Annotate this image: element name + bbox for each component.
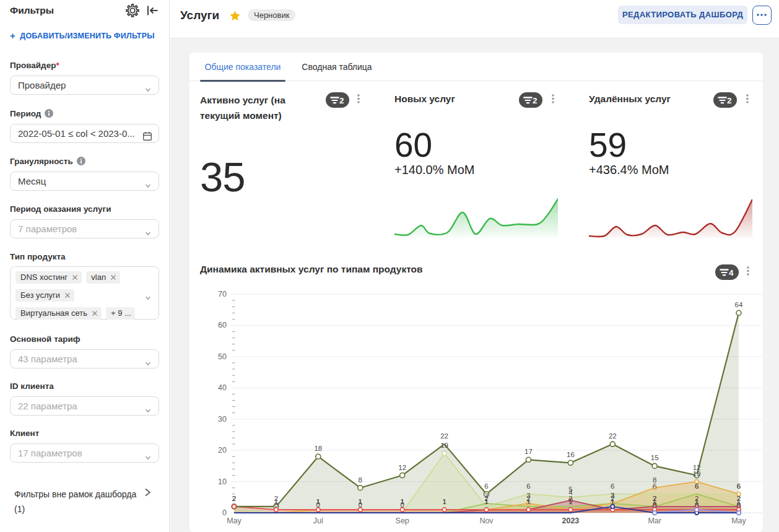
- svg-text:6: 6: [737, 482, 741, 490]
- svg-text:1: 1: [568, 498, 572, 505]
- svg-text:12: 12: [398, 464, 406, 471]
- svg-text:Nov: Nov: [479, 517, 494, 525]
- svg-text:4: 4: [568, 489, 573, 496]
- svg-text:1: 1: [484, 498, 488, 505]
- svg-text:10: 10: [693, 470, 701, 477]
- svg-text:1: 1: [526, 498, 530, 505]
- svg-text:20: 20: [218, 446, 227, 455]
- svg-text:19: 19: [440, 442, 448, 449]
- svg-text:1: 1: [400, 498, 404, 505]
- svg-text:0: 0: [737, 501, 741, 508]
- svg-text:2023: 2023: [562, 517, 579, 525]
- svg-text:16: 16: [567, 451, 575, 458]
- svg-text:1: 1: [316, 498, 320, 505]
- svg-text:40: 40: [218, 383, 227, 392]
- svg-text:Jul: Jul: [313, 517, 323, 525]
- svg-text:22: 22: [609, 432, 617, 440]
- svg-text:0: 0: [653, 501, 656, 508]
- svg-text:17: 17: [524, 448, 533, 455]
- svg-text:64: 64: [735, 301, 743, 308]
- svg-text:6: 6: [526, 482, 530, 490]
- svg-text:Mar: Mar: [648, 517, 661, 525]
- svg-text:1: 1: [274, 498, 278, 505]
- svg-text:2: 2: [339, 96, 344, 105]
- svg-text:2: 2: [232, 495, 236, 502]
- svg-text:70: 70: [218, 290, 227, 299]
- svg-text:1: 1: [695, 498, 698, 505]
- svg-text:May: May: [227, 517, 242, 525]
- svg-text:0: 0: [222, 508, 227, 517]
- svg-text:6: 6: [484, 482, 488, 490]
- svg-text:60: 60: [218, 321, 227, 329]
- svg-text:8: 8: [653, 476, 656, 484]
- svg-text:4: 4: [729, 268, 734, 277]
- svg-text:2: 2: [727, 96, 732, 105]
- svg-text:1: 1: [442, 498, 446, 505]
- svg-text:2: 2: [611, 495, 614, 502]
- svg-text:15: 15: [651, 454, 659, 461]
- svg-text:2: 2: [533, 96, 537, 105]
- svg-text:8: 8: [359, 476, 362, 484]
- svg-text:6: 6: [695, 482, 698, 490]
- svg-text:May: May: [731, 517, 746, 525]
- svg-text:10: 10: [218, 477, 227, 486]
- svg-text:30: 30: [218, 415, 227, 424]
- svg-text:22: 22: [440, 432, 448, 440]
- svg-text:50: 50: [218, 352, 227, 361]
- svg-text:1: 1: [359, 498, 362, 505]
- svg-text:18: 18: [314, 445, 322, 452]
- svg-text:Sep: Sep: [396, 517, 409, 525]
- svg-text:6: 6: [611, 482, 614, 490]
